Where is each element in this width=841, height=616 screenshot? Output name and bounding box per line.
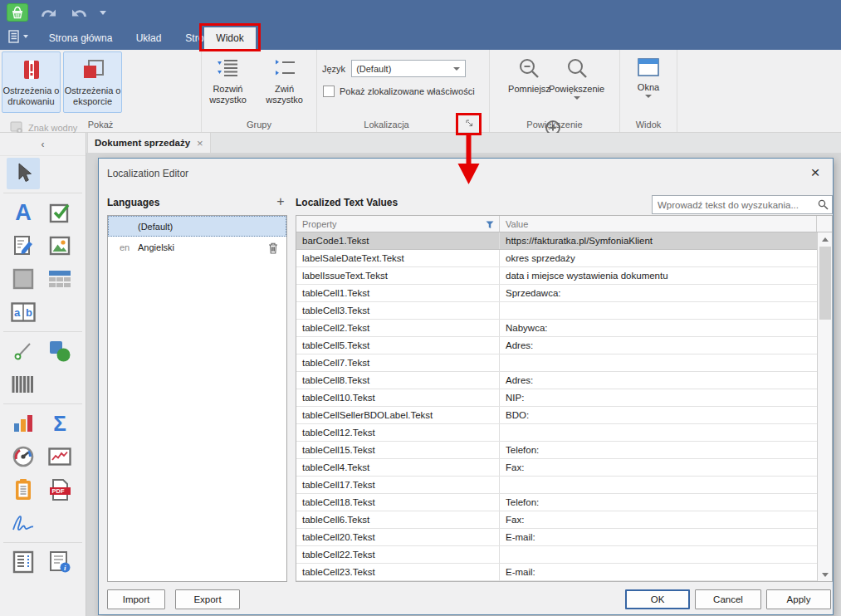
tool-clipboard[interactable] bbox=[7, 474, 40, 506]
table-row[interactable]: tableCell1.TekstSprzedawca: bbox=[296, 285, 817, 302]
tool-pointer[interactable] bbox=[7, 158, 40, 189]
tool-label[interactable]: A bbox=[7, 197, 40, 228]
tool-gauge[interactable] bbox=[7, 441, 40, 472]
magnifier-icon[interactable] bbox=[818, 199, 829, 210]
show-localized-checkbox[interactable] bbox=[323, 86, 335, 97]
scroll-up-icon[interactable] bbox=[818, 232, 832, 246]
value-cell[interactable]: BDO: bbox=[500, 407, 817, 423]
expand-all-button[interactable]: Rozwiń wszystko bbox=[203, 51, 252, 113]
tool-panel[interactable] bbox=[7, 263, 40, 295]
ok-button[interactable]: OK bbox=[625, 589, 690, 609]
value-cell[interactable]: Fax: bbox=[500, 511, 817, 528]
value-cell[interactable]: data i miejsce wystawienia dokumentu bbox=[500, 267, 817, 284]
zoom-button[interactable]: Powiększenie bbox=[553, 51, 601, 113]
property-cell[interactable]: tableCell18.Tekst bbox=[296, 494, 500, 511]
tool-page-info[interactable]: i bbox=[43, 546, 76, 578]
table-row[interactable]: tableCell20.TekstE-mail: bbox=[296, 529, 817, 546]
value-cell[interactable]: Nabywca: bbox=[500, 320, 817, 336]
table-row[interactable]: tableCell17.Tekst bbox=[296, 477, 817, 494]
table-row[interactable]: tableCell5.TekstAdres: bbox=[296, 337, 817, 354]
property-cell[interactable]: tableCell2.Tekst bbox=[296, 320, 500, 336]
property-cell[interactable]: tableCell8.Tekst bbox=[296, 372, 500, 389]
value-cell[interactable] bbox=[500, 354, 817, 371]
export-warnings-button[interactable]: Ostrzeżenia o eksporcie bbox=[63, 51, 122, 113]
property-cell[interactable]: tableCell5.Tekst bbox=[296, 337, 500, 354]
tool-pdf-content[interactable]: PDF bbox=[43, 474, 76, 506]
zoom-out-button[interactable]: Pomniejsz bbox=[508, 51, 550, 113]
scroll-down-icon[interactable] bbox=[818, 568, 832, 581]
tool-chart[interactable] bbox=[7, 408, 40, 439]
table-row[interactable]: barCode1.Teksthttps://fakturatka.pl/Symf… bbox=[296, 232, 817, 250]
tool-shape[interactable] bbox=[43, 335, 76, 367]
property-cell[interactable]: labelSaleDateText.Tekst bbox=[296, 250, 500, 266]
table-row[interactable]: tableCell7.Tekst bbox=[296, 354, 817, 372]
dialog-close-icon[interactable]: × bbox=[806, 164, 824, 182]
property-cell[interactable]: tableCell17.Tekst bbox=[296, 477, 500, 493]
property-cell[interactable]: tableCell7.Tekst bbox=[296, 354, 500, 371]
value-cell[interactable]: Fax: bbox=[500, 459, 817, 476]
table-row[interactable]: tableCell2.TekstNabywca: bbox=[296, 320, 817, 337]
property-cell[interactable]: tableCell22.Tekst bbox=[296, 546, 500, 563]
property-cell[interactable]: tableCell15.Tekst bbox=[296, 442, 500, 458]
property-cell[interactable]: barCode1.Tekst bbox=[296, 232, 500, 249]
column-header-property[interactable]: Property bbox=[296, 216, 500, 232]
tool-character-comb[interactable]: ab bbox=[7, 296, 40, 328]
tool-signature[interactable] bbox=[7, 507, 40, 539]
value-cell[interactable]: Telefon: bbox=[500, 494, 817, 511]
tool-checkbox[interactable] bbox=[43, 197, 76, 228]
table-row[interactable]: tableCell12.Tekst bbox=[296, 424, 817, 442]
value-cell[interactable]: Adres: bbox=[500, 337, 817, 354]
table-row[interactable]: labelIssueText.Tekstdata i miejsce wysta… bbox=[296, 267, 817, 285]
export-button[interactable]: Export bbox=[175, 589, 240, 609]
search-input[interactable] bbox=[652, 195, 833, 214]
tool-table[interactable] bbox=[43, 263, 76, 295]
table-row[interactable]: tableCell23.TekstE-mail: bbox=[296, 564, 817, 581]
windows-button[interactable]: Okna bbox=[627, 51, 670, 113]
property-cell[interactable]: tableCell6.Tekst bbox=[296, 511, 500, 528]
tool-picture[interactable] bbox=[43, 230, 76, 262]
table-row[interactable]: tableCell18.TekstTelefon: bbox=[296, 494, 817, 511]
redo-button[interactable] bbox=[70, 6, 88, 19]
value-cell[interactable]: E-mail: bbox=[500, 564, 817, 580]
column-header-value[interactable]: Value bbox=[500, 216, 817, 232]
value-cell[interactable]: https://fakturatka.pl/SymfoniaKlient bbox=[500, 232, 817, 249]
property-cell[interactable]: labelIssueText.Tekst bbox=[296, 267, 500, 284]
cancel-button[interactable]: Cancel bbox=[695, 589, 761, 609]
property-cell[interactable]: tableCellSellerBDOLabel.Tekst bbox=[296, 407, 500, 423]
tool-table-of-contents[interactable] bbox=[7, 546, 40, 578]
apply-button[interactable]: Apply bbox=[766, 589, 831, 609]
value-cell[interactable]: Adres: bbox=[500, 372, 817, 389]
scrollbar-thumb[interactable] bbox=[819, 247, 831, 320]
value-cell[interactable]: Sprzedawca: bbox=[500, 285, 817, 301]
property-cell[interactable]: tableCell10.Tekst bbox=[296, 389, 500, 406]
value-cell[interactable] bbox=[500, 477, 817, 493]
table-row[interactable]: tableCell6.TekstFax: bbox=[296, 511, 817, 529]
table-row[interactable]: labelSaleDateText.Tekstokres sprzedaży bbox=[296, 250, 817, 267]
table-row[interactable]: tableCell3.Tekst bbox=[296, 302, 817, 320]
quick-access-dropdown-icon[interactable] bbox=[100, 11, 106, 15]
value-cell[interactable] bbox=[500, 302, 817, 319]
property-cell[interactable]: tableCell20.Tekst bbox=[296, 529, 500, 545]
document-tab-close-icon[interactable]: × bbox=[197, 137, 203, 149]
add-language-button[interactable]: + bbox=[273, 194, 288, 209]
tool-summary[interactable]: Σ bbox=[43, 408, 76, 439]
property-cell[interactable]: tableCell4.Tekst bbox=[296, 459, 500, 476]
table-row[interactable]: tableCell10.TekstNIP: bbox=[296, 389, 817, 407]
table-row[interactable]: tableCellSellerBDOLabel.TekstBDO: bbox=[296, 407, 817, 424]
table-row[interactable]: tableCell22.Tekst bbox=[296, 546, 817, 564]
collapse-all-button[interactable]: Zwiń wszystko bbox=[255, 51, 315, 113]
tool-line[interactable] bbox=[7, 335, 40, 367]
language-select[interactable]: (Default) bbox=[351, 60, 466, 77]
tool-rich-text[interactable] bbox=[7, 230, 40, 262]
value-cell[interactable]: okres sprzedaży bbox=[500, 250, 817, 266]
language-item[interactable]: enAngielski bbox=[108, 237, 286, 257]
value-cell[interactable]: NIP: bbox=[500, 389, 817, 406]
tool-barcode[interactable] bbox=[7, 369, 40, 400]
app-button[interactable] bbox=[7, 3, 28, 22]
language-item[interactable]: (Default) bbox=[108, 216, 286, 237]
funnel-icon[interactable] bbox=[486, 221, 494, 229]
document-tab[interactable]: Dokument sprzedaży × bbox=[87, 133, 211, 153]
property-cell[interactable]: tableCell23.Tekst bbox=[296, 564, 500, 580]
undo-button[interactable] bbox=[40, 6, 58, 19]
trash-icon[interactable] bbox=[268, 242, 278, 254]
